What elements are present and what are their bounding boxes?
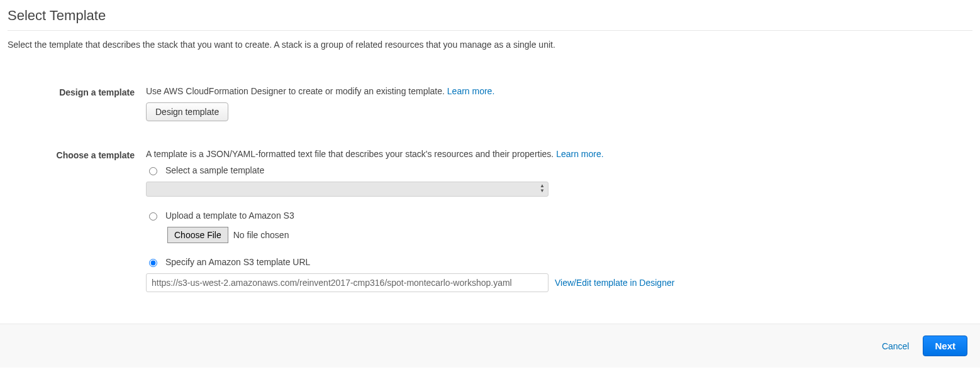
page-title: Select Template xyxy=(8,8,972,24)
option-url-label: Specify an Amazon S3 template URL xyxy=(165,257,310,267)
choose-template-label: Choose a template xyxy=(8,149,146,160)
intro-text: Select the template that describes the s… xyxy=(8,40,972,50)
option-upload-row: Upload a template to Amazon S3 xyxy=(146,210,901,221)
file-chooser-row: Choose File No file chosen xyxy=(167,227,901,243)
option-sample-label: Select a sample template xyxy=(165,165,264,175)
radio-upload-template[interactable] xyxy=(149,212,157,221)
design-learn-more-link[interactable]: Learn more. xyxy=(447,86,494,96)
choose-template-desc: A template is a JSON/YAML-formatted text… xyxy=(146,149,556,159)
design-template-desc-row: Use AWS CloudFormation Designer to creat… xyxy=(146,86,901,96)
choose-file-button[interactable]: Choose File xyxy=(167,227,228,243)
s3-url-input[interactable] xyxy=(146,273,548,292)
cancel-button[interactable]: Cancel xyxy=(882,341,910,351)
divider xyxy=(8,30,972,31)
design-template-button[interactable]: Design template xyxy=(146,102,228,121)
view-edit-designer-link[interactable]: View/Edit template in Designer xyxy=(555,278,674,288)
option-url-row: Specify an Amazon S3 template URL xyxy=(146,257,901,267)
design-template-desc: Use AWS CloudFormation Designer to creat… xyxy=(146,86,447,96)
wizard-footer: Cancel Next xyxy=(0,324,980,368)
choose-template-section: Choose a template A template is a JSON/Y… xyxy=(8,149,972,292)
radio-sample-template[interactable] xyxy=(149,167,157,175)
option-sample-row: Select a sample template xyxy=(146,165,901,175)
file-status-text: No file chosen xyxy=(233,230,289,240)
next-button[interactable]: Next xyxy=(923,336,967,356)
option-upload-label: Upload a template to Amazon S3 xyxy=(165,210,294,221)
design-template-label: Design a template xyxy=(8,86,146,97)
sample-template-select[interactable]: ▲▼ xyxy=(146,182,548,197)
choose-learn-more-link[interactable]: Learn more. xyxy=(556,149,603,159)
design-template-section: Design a template Use AWS CloudFormation… xyxy=(8,86,972,121)
s3-url-row: View/Edit template in Designer xyxy=(146,273,901,292)
choose-template-desc-row: A template is a JSON/YAML-formatted text… xyxy=(146,149,901,159)
radio-s3-url[interactable] xyxy=(149,259,157,267)
